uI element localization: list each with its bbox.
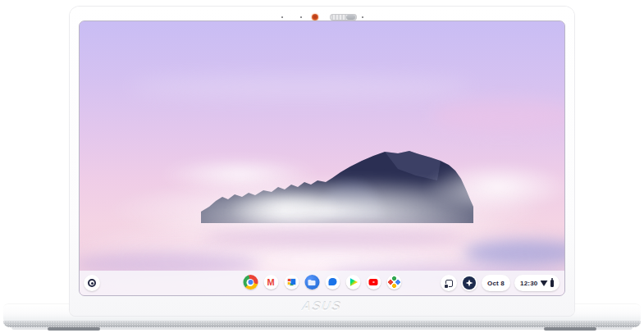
microphone-dot-icon [300, 16, 302, 18]
sparkle-icon [466, 280, 473, 287]
microphone-dot-icon [281, 16, 283, 18]
laptop-foot [48, 327, 100, 331]
laptop-product-view: M [0, 0, 644, 333]
date-label: Oct 8 [487, 280, 505, 287]
youtube-icon [366, 275, 381, 290]
assistant-button[interactable] [461, 275, 477, 291]
shelf-app-files[interactable] [304, 275, 319, 290]
laptop-base-front-edge [3, 321, 641, 327]
assistant-circle [463, 276, 476, 290]
wifi-icon [541, 280, 548, 286]
shelf-apps: M [243, 275, 401, 290]
files-icon [304, 275, 319, 290]
shelf-app-messages[interactable] [325, 275, 340, 290]
time-label: 12:30 [520, 280, 537, 287]
messages-icon [325, 275, 340, 290]
date-pill[interactable]: Oct 8 [482, 275, 510, 291]
asus-logo: ASUS [67, 299, 577, 313]
screen-capture-button[interactable] [441, 275, 457, 291]
webcam-icon [312, 14, 318, 21]
shelf-app-play-store[interactable] [345, 275, 360, 290]
cloud-shadow-streak [203, 228, 465, 248]
overlapping-windows-icon [445, 280, 453, 287]
laptop-foot [544, 327, 596, 331]
microphone-dot-icon [362, 16, 363, 18]
battery-icon [550, 280, 555, 287]
shelf-app-google-meet[interactable] [284, 275, 299, 290]
status-area: Oct 8 12:30 [441, 275, 560, 291]
cloud-streak [129, 77, 473, 97]
gmail-icon: M [263, 275, 278, 290]
launcher-icon [88, 279, 96, 287]
shelf-app-chrome[interactable] [243, 275, 258, 290]
shelf-app-gmail[interactable]: M [263, 275, 278, 290]
google-photos-icon [386, 275, 401, 290]
google-meet-icon [284, 275, 299, 290]
privacy-shutter-knob [346, 15, 355, 20]
shelf-app-youtube[interactable] [366, 275, 381, 290]
play-store-icon [345, 275, 360, 290]
laptop-underside [11, 327, 633, 330]
status-tray[interactable]: 12:30 [514, 275, 560, 291]
launcher-button[interactable] [84, 275, 100, 291]
screen: M [79, 21, 565, 296]
shelf: M [80, 271, 564, 295]
laptop-lid: M [70, 7, 574, 316]
chrome-icon [243, 275, 258, 290]
webcam-privacy-shutter [330, 14, 357, 21]
shelf-app-google-photos[interactable] [386, 275, 401, 290]
